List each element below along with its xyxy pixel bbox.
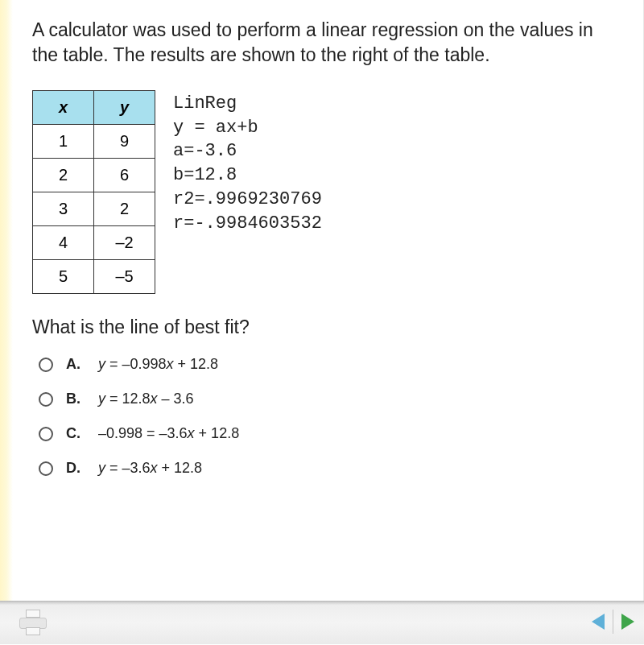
cell-x: 1	[33, 125, 94, 159]
table-row: 4 –2	[33, 226, 155, 260]
col-header-y: y	[94, 91, 155, 125]
xy-table: x y 1 9 2 6 3 2 4 –2 5 –5	[32, 90, 155, 294]
left-accent-strip	[0, 0, 13, 601]
table-row: 1 9	[33, 125, 155, 159]
table-row: 3 2	[33, 192, 155, 226]
option-b[interactable]: B. y = 12.8x – 3.6	[39, 391, 624, 407]
cell-x: 2	[33, 159, 94, 192]
option-text: y = 12.8x – 3.6	[98, 391, 194, 407]
cell-x: 5	[33, 260, 94, 294]
cell-y: 9	[94, 125, 155, 159]
linreg-output: LinReg y = ax+b a=-3.6 b=12.8 r2=.996923…	[173, 90, 322, 235]
option-text: y = –0.998x + 12.8	[98, 356, 218, 373]
next-arrow-icon[interactable]	[621, 614, 634, 630]
table-row: 2 6	[33, 159, 155, 192]
radio-icon[interactable]	[39, 392, 53, 407]
table-header-row: x y	[33, 91, 155, 125]
cell-y: 2	[94, 192, 155, 226]
option-a[interactable]: A. y = –0.998x + 12.8	[39, 356, 624, 373]
option-letter: D.	[66, 460, 80, 477]
radio-icon[interactable]	[39, 358, 53, 372]
cell-x: 3	[33, 192, 94, 226]
option-letter: A.	[66, 356, 80, 373]
prev-arrow-icon[interactable]	[592, 614, 605, 630]
cell-x: 4	[33, 226, 94, 260]
col-header-x: x	[33, 91, 94, 125]
answer-options: A. y = –0.998x + 12.8 B. y = 12.8x – 3.6…	[32, 356, 624, 477]
nav-arrows	[592, 610, 634, 634]
cell-y: 6	[94, 159, 155, 192]
bottom-toolbar	[0, 601, 644, 644]
option-text: –0.998 = –3.6x + 12.8	[98, 425, 239, 442]
data-row: x y 1 9 2 6 3 2 4 –2 5 –5	[32, 90, 624, 294]
nav-separator	[613, 610, 613, 634]
table-row: 5 –5	[33, 260, 155, 294]
print-icon[interactable]	[19, 610, 47, 637]
cell-y: –2	[94, 226, 155, 260]
cell-y: –5	[94, 260, 155, 294]
option-letter: B.	[66, 391, 80, 407]
question-text: A calculator was used to perform a linea…	[32, 18, 624, 68]
radio-icon[interactable]	[39, 461, 53, 476]
radio-icon[interactable]	[39, 427, 53, 441]
subquestion-text: What is the line of best fit?	[32, 316, 624, 338]
option-c[interactable]: C. –0.998 = –3.6x + 12.8	[39, 425, 624, 442]
option-text: y = –3.6x + 12.8	[98, 460, 202, 477]
option-d[interactable]: D. y = –3.6x + 12.8	[39, 460, 624, 477]
question-panel: A calculator was used to perform a linea…	[13, 0, 644, 601]
option-letter: C.	[66, 425, 80, 442]
